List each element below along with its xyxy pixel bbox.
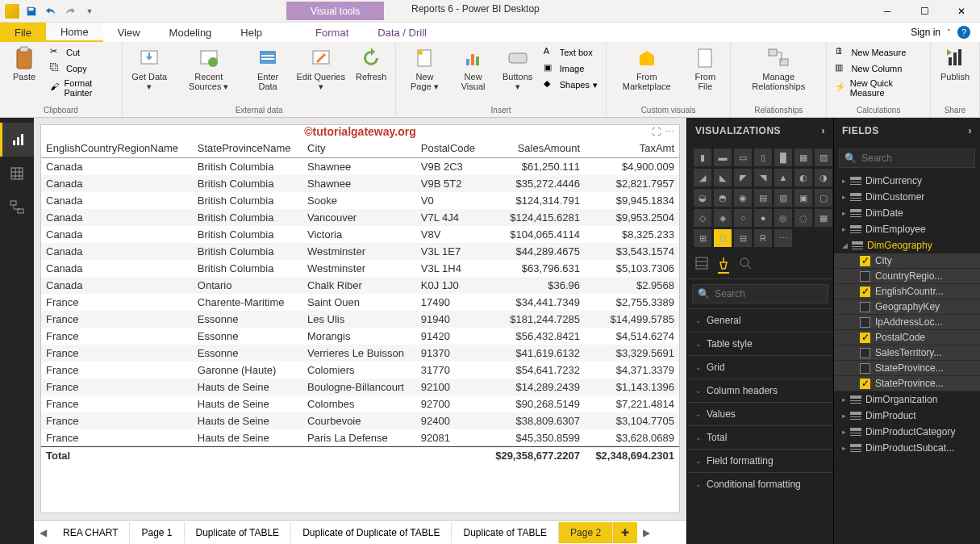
fields-search[interactable]: 🔍 [839, 149, 975, 168]
field-checkbox[interactable] [860, 348, 870, 358]
viz-type-icon[interactable]: ▧ [815, 149, 832, 166]
viz-type-icon[interactable]: ▭ [734, 149, 752, 166]
table-node[interactable]: ▸DimDate [834, 205, 980, 221]
table-row[interactable]: FranceEssonneLes Ulis91940$181,244.7285$… [41, 311, 679, 328]
fields-well-tab[interactable] [695, 257, 708, 274]
recent-sources-button[interactable]: Recent Sources ▾ [175, 44, 244, 93]
viz-type-icon[interactable]: ◓ [714, 189, 732, 207]
tabs-prev-icon[interactable]: ◀ [34, 527, 52, 538]
page-tab[interactable]: Duplicate of TABLE [452, 522, 559, 543]
table-row[interactable]: FranceHauts de SeineCourbevoie92400$38,8… [41, 412, 679, 429]
copy-button[interactable]: ⿻Copy [47, 61, 117, 77]
buttons-button[interactable]: Buttons ▾ [498, 44, 537, 93]
viz-type-icon[interactable]: ▥ [774, 189, 792, 207]
field-item[interactable]: ✓PostalCode [834, 330, 980, 345]
viz-type-icon[interactable]: ○ [734, 209, 752, 227]
textbox-button[interactable]: AText box [540, 44, 601, 61]
page-tab[interactable]: Page 1 [130, 522, 184, 543]
field-checkbox[interactable] [860, 317, 870, 328]
table-row[interactable]: FranceCharente-MaritimeSaint Ouen17490$3… [41, 294, 679, 311]
publish-button[interactable]: Publish [936, 44, 974, 83]
cut-button[interactable]: ✂Cut [47, 44, 117, 61]
viz-type-icon[interactable]: ◤ [734, 169, 752, 186]
tab-help[interactable]: Help [226, 23, 277, 42]
viz-type-icon[interactable]: ◑ [815, 169, 832, 186]
close-button[interactable]: ✕ [943, 0, 980, 23]
table-node[interactable]: ▸DimOrganization [834, 391, 980, 408]
viz-type-icon[interactable]: ⊡ [714, 229, 732, 247]
tab-datadrill[interactable]: Data / Drill [363, 23, 441, 42]
viz-type-icon[interactable]: ◥ [754, 169, 772, 186]
field-item[interactable]: GeographyKey [834, 299, 980, 315]
tab-home[interactable]: Home [46, 23, 103, 42]
field-item[interactable]: ✓City [834, 253, 980, 269]
table-node[interactable]: ▸DimCurrency [834, 173, 980, 189]
format-section[interactable]: ⌄Field formatting [687, 449, 833, 472]
field-item[interactable]: IpAddressLoc... [834, 315, 980, 330]
viz-type-icon[interactable]: ⋯ [774, 229, 792, 247]
page-tab[interactable]: Page 2 [559, 522, 613, 543]
minimize-button[interactable]: ─ [869, 0, 906, 23]
viz-type-icon[interactable]: ● [754, 209, 772, 227]
format-tab[interactable] [718, 257, 729, 274]
table-row[interactable]: CanadaBritish ColumbiaWestminsterV3L 1H4… [41, 260, 679, 277]
table-node[interactable]: ▸DimEmployee [834, 221, 980, 237]
table-row[interactable]: CanadaBritish ColumbiaVancouverV7L 4J4$1… [41, 209, 679, 226]
column-header[interactable]: StateProvinceName [193, 139, 302, 158]
table-row[interactable]: CanadaBritish ColumbiaShawneeV9B 5T2$35,… [41, 175, 679, 192]
table-row[interactable]: FranceHauts de SeineParis La Defense9208… [41, 429, 679, 447]
add-page-button[interactable]: ✚ [613, 522, 637, 543]
from-file-button[interactable]: From File [685, 44, 725, 93]
field-item[interactable]: SalesTerritory... [834, 345, 980, 361]
viz-type-icon[interactable]: ◣ [714, 169, 732, 186]
table-row[interactable]: CanadaBritish ColumbiaWestminsterV3L 1E7… [41, 243, 679, 260]
table-row[interactable]: FranceHauts de SeineBoulogne-Billancourt… [41, 379, 679, 395]
viz-type-icon[interactable]: ▢ [815, 189, 832, 207]
new-column-button[interactable]: ▥New Column [832, 61, 925, 77]
field-item[interactable]: CountryRegio... [834, 269, 980, 284]
table-visual[interactable]: ©tutorialgateway.org ⛶ ⋯ EnglishCountryR… [40, 124, 680, 513]
table-row[interactable]: FranceHauts de SeineColombes92700$90,268… [41, 395, 679, 412]
table-node[interactable]: ▸DimProduct [834, 408, 980, 424]
table-row[interactable]: FranceEssonneMorangis91420$56,432.8421$4… [41, 328, 679, 345]
viz-type-icon[interactable]: ◐ [794, 169, 812, 186]
file-menu[interactable]: File [0, 23, 46, 42]
viz-type-icon[interactable]: ▦ [794, 149, 812, 166]
focus-mode-icon[interactable]: ⛶ [652, 127, 661, 137]
collapse-icon[interactable]: › [822, 125, 826, 136]
table-node[interactable]: ◢DimGeography [834, 237, 980, 253]
viz-type-icon[interactable]: ◎ [774, 209, 792, 227]
tab-format[interactable]: Format [301, 23, 363, 42]
format-painter-button[interactable]: 🖌Format Painter [47, 77, 117, 99]
viz-type-icon[interactable]: ◈ [714, 209, 732, 227]
tab-modeling[interactable]: Modeling [155, 23, 227, 42]
viz-type-icon[interactable]: R [754, 229, 772, 247]
format-section[interactable]: ⌄Table style [687, 332, 833, 355]
page-tab[interactable]: REA CHART [52, 522, 130, 543]
field-checkbox[interactable] [860, 302, 870, 312]
from-marketplace-button[interactable]: From Marketplace [611, 44, 682, 93]
analytics-tab[interactable] [739, 257, 752, 274]
model-view-button[interactable] [0, 190, 34, 224]
format-section[interactable]: ⌄Values [687, 402, 833, 425]
image-button[interactable]: ▣Image [540, 61, 601, 77]
field-checkbox[interactable]: ✓ [860, 256, 870, 266]
viz-type-icon[interactable]: ▣ [794, 189, 812, 207]
column-header[interactable]: SalesAmount [484, 139, 585, 158]
format-section[interactable]: ⌄Total [687, 425, 833, 449]
undo-icon[interactable] [42, 2, 60, 20]
column-header[interactable]: EnglishCountryRegionName [41, 139, 193, 158]
tab-view[interactable]: View [103, 23, 155, 42]
get-data-button[interactable]: Get Data ▾ [127, 44, 172, 93]
field-item[interactable]: StateProvince... [834, 361, 980, 376]
table-row[interactable]: CanadaOntarioChalk RiberK0J 1J0$36.96$2.… [41, 277, 679, 294]
column-header[interactable]: City [302, 139, 416, 158]
format-section[interactable]: ⌄Conditional formatting [687, 472, 833, 496]
field-checkbox[interactable] [860, 271, 870, 282]
field-checkbox[interactable] [860, 363, 870, 374]
qat-dropdown-icon[interactable]: ▼ [81, 2, 98, 20]
viz-type-icon[interactable]: ▦ [815, 209, 832, 227]
viz-type-icon[interactable]: ◉ [734, 189, 752, 207]
format-section[interactable]: ⌄General [687, 308, 833, 332]
field-checkbox[interactable]: ✓ [860, 379, 870, 389]
